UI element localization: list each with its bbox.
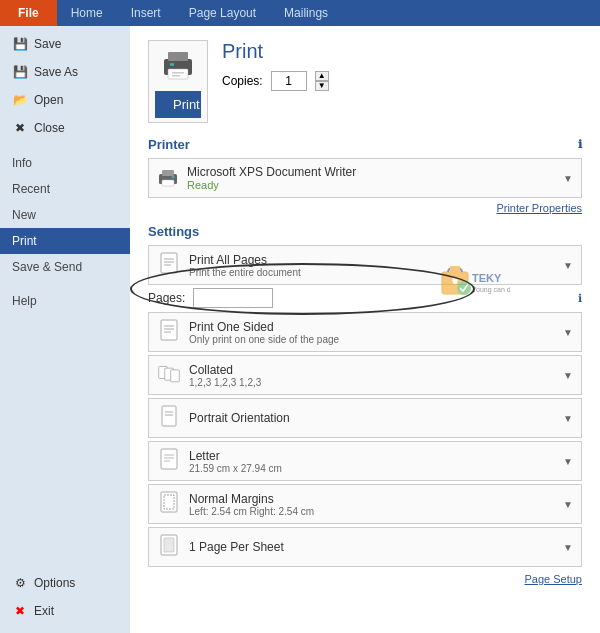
- sidebar: 💾 Save 💾 Save As 📂 Open ✖ Close Info Rec…: [0, 26, 130, 633]
- sidebar-item-close[interactable]: ✖ Close: [0, 114, 130, 142]
- pages-icon: [157, 251, 181, 279]
- pages-row: Pages: ℹ: [148, 288, 582, 308]
- printer-name: Microsoft XPS Document Writer: [187, 165, 555, 179]
- copies-spinner: ▲ ▼: [315, 71, 329, 91]
- svg-rect-2: [168, 69, 188, 79]
- sidebar-bottom: ⚙ Options ✖ Exit: [0, 569, 130, 633]
- per-sheet-icon: [157, 533, 181, 561]
- collated-icon: [157, 361, 181, 389]
- pages-label: Pages:: [148, 291, 185, 305]
- sidebar-item-print[interactable]: Print: [0, 228, 130, 254]
- settings-main-one-sided: Print One Sided: [189, 320, 555, 334]
- copies-up-button[interactable]: ▲: [315, 71, 329, 81]
- settings-sub-margins: Left: 2.54 cm Right: 2.54 cm: [189, 506, 555, 517]
- main-layout: 💾 Save 💾 Save As 📂 Open ✖ Close Info Rec…: [0, 26, 600, 633]
- printer-block[interactable]: Microsoft XPS Document Writer Ready ▼: [148, 158, 582, 198]
- settings-row-collated[interactable]: Collated 1,2,3 1,2,3 1,2,3 ▼: [148, 355, 582, 395]
- settings-main-letter: Letter: [189, 449, 555, 463]
- printer-status: Ready: [187, 179, 555, 191]
- svg-rect-21: [162, 406, 176, 426]
- sidebar-item-new[interactable]: New: [0, 202, 130, 228]
- settings-row-portrait[interactable]: Portrait Orientation ▼: [148, 398, 582, 438]
- printer-text: Microsoft XPS Document Writer Ready: [187, 165, 555, 191]
- settings-row-letter[interactable]: Letter 21.59 cm x 27.94 cm ▼: [148, 441, 582, 481]
- settings-row-print-one-sided[interactable]: Print One Sided Only print on one side o…: [148, 312, 582, 352]
- settings-main-print-all: Print All Pages: [189, 253, 555, 267]
- svg-rect-7: [162, 170, 174, 176]
- svg-rect-3: [170, 63, 174, 66]
- tab-page-layout[interactable]: Page Layout: [175, 0, 270, 26]
- svg-rect-14: [161, 320, 177, 340]
- settings-row-print-all-pages[interactable]: Print All Pages Print the entire documen…: [148, 245, 582, 285]
- tab-home[interactable]: Home: [57, 0, 117, 26]
- settings-main-collated: Collated: [189, 363, 555, 377]
- pages-input[interactable]: [193, 288, 273, 308]
- letter-icon: [157, 447, 181, 475]
- svg-rect-8: [162, 180, 174, 186]
- tab-file[interactable]: File: [0, 0, 57, 26]
- save-as-icon: 💾: [12, 64, 28, 80]
- svg-point-9: [172, 176, 175, 179]
- settings-sub-letter: 21.59 cm x 27.94 cm: [189, 463, 555, 474]
- sidebar-item-save-send[interactable]: Save & Send: [0, 254, 130, 280]
- printer-section-header: Printer ℹ: [148, 137, 582, 152]
- settings-sub-print-all: Print the entire document: [189, 267, 555, 278]
- per-sheet-dropdown-arrow[interactable]: ▼: [563, 542, 573, 553]
- sidebar-item-save-as[interactable]: 💾 Save As: [0, 58, 130, 86]
- settings-row-per-sheet[interactable]: 1 Page Per Sheet ▼: [148, 527, 582, 567]
- svg-rect-10: [161, 253, 177, 273]
- sidebar-item-options[interactable]: ⚙ Options: [0, 569, 130, 597]
- tab-bar: File Home Insert Page Layout Mailings: [0, 0, 600, 26]
- settings-text-letter: Letter 21.59 cm x 27.94 cm: [189, 449, 555, 474]
- settings-main-per-sheet: 1 Page Per Sheet: [189, 540, 555, 554]
- print-title: Print: [222, 40, 329, 63]
- sidebar-item-save[interactable]: 💾 Save: [0, 30, 130, 58]
- sidebar-item-help[interactable]: Help: [0, 288, 130, 314]
- print-copies-section: Print Copies: ▲ ▼: [222, 40, 329, 91]
- print-all-dropdown-arrow[interactable]: ▼: [563, 260, 573, 271]
- settings-section-header: Settings: [148, 224, 582, 239]
- sidebar-item-recent[interactable]: Recent: [0, 176, 130, 202]
- open-icon: 📂: [12, 92, 28, 108]
- tab-insert[interactable]: Insert: [117, 0, 175, 26]
- print-icon-box: Print: [148, 40, 208, 123]
- settings-text-portrait: Portrait Orientation: [189, 411, 555, 425]
- sidebar-item-exit[interactable]: ✖ Exit: [0, 597, 130, 625]
- pages-info-icon[interactable]: ℹ: [578, 292, 582, 305]
- options-icon: ⚙: [12, 575, 28, 591]
- settings-text-margins: Normal Margins Left: 2.54 cm Right: 2.54…: [189, 492, 555, 517]
- settings-main-portrait: Portrait Orientation: [189, 411, 555, 425]
- copies-down-button[interactable]: ▼: [315, 81, 329, 91]
- copies-input[interactable]: [271, 71, 307, 91]
- tab-mailings[interactable]: Mailings: [270, 0, 342, 26]
- settings-text-per-sheet: 1 Page Per Sheet: [189, 540, 555, 554]
- printer-info-icon[interactable]: ℹ: [578, 138, 582, 151]
- printer-properties-link[interactable]: Printer Properties: [148, 202, 582, 214]
- one-sided-dropdown-arrow[interactable]: ▼: [563, 327, 573, 338]
- printer-small-icon: [157, 168, 179, 188]
- content-area: Print Print Copies: ▲ ▼ Printer ℹ: [130, 26, 600, 633]
- portrait-dropdown-arrow[interactable]: ▼: [563, 413, 573, 424]
- exit-icon: ✖: [12, 603, 28, 619]
- settings-text-one-sided: Print One Sided Only print on one side o…: [189, 320, 555, 345]
- settings-text-collated: Collated 1,2,3 1,2,3 1,2,3: [189, 363, 555, 388]
- printer-dropdown-arrow[interactable]: ▼: [563, 173, 573, 184]
- svg-rect-20: [171, 370, 180, 382]
- sidebar-item-open[interactable]: 📂 Open: [0, 86, 130, 114]
- print-header: Print Print Copies: ▲ ▼: [148, 40, 582, 123]
- settings-row-margins[interactable]: Normal Margins Left: 2.54 cm Right: 2.54…: [148, 484, 582, 524]
- letter-dropdown-arrow[interactable]: ▼: [563, 456, 573, 467]
- svg-rect-24: [161, 449, 177, 469]
- page-setup-link[interactable]: Page Setup: [148, 573, 582, 585]
- print-button[interactable]: Print: [155, 91, 201, 118]
- svg-rect-31: [164, 538, 174, 552]
- copies-row: Copies: ▲ ▼: [222, 71, 329, 91]
- settings-main-margins: Normal Margins: [189, 492, 555, 506]
- collated-dropdown-arrow[interactable]: ▼: [563, 370, 573, 381]
- sidebar-item-info[interactable]: Info: [0, 150, 130, 176]
- copies-label: Copies:: [222, 74, 263, 88]
- settings-sub-one-sided: Only print on one side of the page: [189, 334, 555, 345]
- margins-dropdown-arrow[interactable]: ▼: [563, 499, 573, 510]
- portrait-icon: [157, 404, 181, 432]
- close-icon: ✖: [12, 120, 28, 136]
